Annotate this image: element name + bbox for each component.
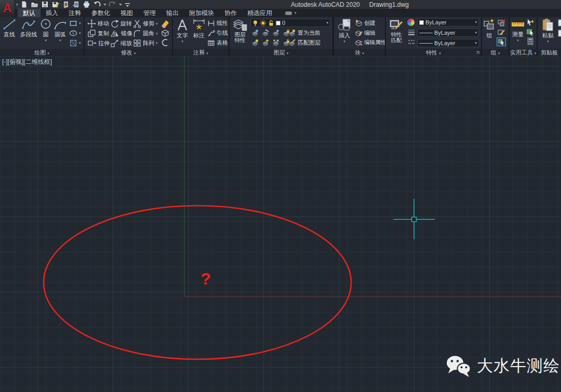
panel-expand-icon[interactable]	[476, 51, 479, 55]
array-flyout-icon[interactable]: ▾	[156, 41, 158, 45]
undo-dropdown-icon[interactable]	[103, 1, 106, 8]
layer-select-dropdown[interactable]: 0 ▾	[250, 19, 330, 27]
create-block-button[interactable]: 创建	[355, 19, 376, 27]
layer-dropdown-caret-icon[interactable]: ▾	[326, 21, 328, 25]
color-dropdown[interactable]: ByLayer ▾	[417, 18, 479, 26]
measure-button[interactable]: 测量 ▾	[511, 18, 525, 42]
join-button[interactable]	[161, 38, 169, 47]
paste-flyout-icon[interactable]: ▾	[547, 39, 549, 43]
text-button[interactable]: 文字 ▾	[175, 18, 190, 43]
plot-icon[interactable]	[82, 1, 91, 8]
paste-button[interactable]: 粘贴 ▾	[540, 18, 556, 43]
viewport-controls-label[interactable]: [-][俯视][二维线框]	[2, 58, 52, 66]
copy-button[interactable]: 复制	[87, 29, 109, 38]
drawn-ellipse[interactable]	[44, 206, 351, 359]
group-edit-button[interactable]	[497, 28, 505, 36]
autocad-logo[interactable]: A	[0, 0, 15, 17]
edit-attributes-button[interactable]: 编辑属性 ▾	[355, 39, 385, 46]
ellipse-button[interactable]: ▾	[69, 29, 81, 37]
save-as-icon[interactable]	[51, 1, 60, 8]
text-flyout-icon[interactable]: ▾	[181, 39, 183, 43]
insert-block-button[interactable]: 插入 ▾	[336, 18, 353, 43]
new-file-icon[interactable]	[20, 1, 29, 8]
match-layer-button[interactable]: 匹配图层	[288, 39, 320, 47]
line-button[interactable]: 直线	[1, 18, 18, 38]
match-properties-button[interactable]: 特性 匹配	[387, 18, 406, 43]
copy-clip-icon[interactable]	[558, 30, 561, 37]
arc-button[interactable]: 圆弧 ▾	[53, 18, 68, 42]
circle-button[interactable]: 圆 ▾	[39, 18, 52, 42]
panel-label-groups[interactable]: 组▾	[482, 49, 509, 56]
panel-label-block[interactable]: 块▾	[334, 49, 385, 56]
trim-flyout-icon[interactable]: ▾	[156, 22, 158, 26]
tab-output[interactable]: 输出	[161, 9, 184, 17]
linear-dim-button[interactable]: 线性 ▾	[207, 19, 229, 27]
set-current-button[interactable]: 置为当前	[288, 29, 320, 37]
open-folder-icon[interactable]	[30, 1, 39, 8]
mirror-button[interactable]: 镜像	[110, 29, 132, 38]
layer-off-icon[interactable]	[251, 29, 259, 37]
save-web-mobile-icon[interactable]	[72, 1, 81, 8]
layer-freeze-icon[interactable]	[272, 29, 280, 37]
undo-icon[interactable]	[92, 1, 101, 8]
polyline-button[interactable]: 多段线	[18, 18, 39, 38]
lineweight-button[interactable]	[407, 29, 416, 36]
layer-freeze-thaw-icon[interactable]	[272, 39, 280, 47]
drawing-canvas[interactable]: ? [-][俯视][二维线框] 大水牛测绘	[0, 56, 561, 392]
measure-flyout-icon[interactable]: ▾	[517, 38, 519, 42]
tab-featured-apps[interactable]: 精选应用	[242, 9, 277, 17]
tab-parametric[interactable]: 参数化	[86, 9, 115, 17]
tab-view[interactable]: 视图	[115, 9, 138, 17]
scale-button[interactable]: 缩放	[110, 39, 132, 47]
open-web-mobile-icon[interactable]	[61, 1, 70, 8]
tab-home[interactable]: 默认	[18, 9, 41, 17]
select-all-button[interactable]	[526, 28, 535, 36]
fillet-button[interactable]: 圆角 ▾	[133, 29, 158, 38]
insert-flyout-icon[interactable]: ▾	[343, 39, 345, 43]
ribbon-display-options[interactable]: ▾	[285, 9, 297, 17]
fillet-flyout-icon[interactable]: ▾	[156, 32, 158, 36]
move-button[interactable]: 移动	[87, 19, 109, 28]
redo-dropdown-icon[interactable]	[118, 1, 122, 8]
calculator-button[interactable]	[526, 37, 535, 45]
layer-thaw-icon[interactable]	[261, 39, 270, 47]
lineweight-dropdown[interactable]: ByLayer ▾	[417, 29, 479, 37]
rectangle-button[interactable]: ▾	[69, 19, 81, 28]
object-color-button[interactable]	[407, 19, 415, 26]
hatch-button[interactable]: ▾	[69, 39, 81, 47]
stretch-button[interactable]: 拉伸	[87, 39, 110, 47]
quick-select-button[interactable]	[526, 19, 535, 26]
layer-isolate-icon[interactable]	[261, 29, 270, 37]
panel-label-utilities[interactable]: 实用工具▾	[510, 49, 537, 56]
panel-label-draw[interactable]: 绘图▾	[0, 49, 84, 56]
array-button[interactable]: 阵列 ▾	[133, 39, 158, 47]
panel-label-modify[interactable]: 修改▾	[85, 49, 172, 56]
panel-label-layers[interactable]: 图层▾	[230, 49, 332, 56]
qat-customize-icon[interactable]	[124, 1, 132, 8]
group-button[interactable]: 组	[483, 18, 496, 39]
save-icon[interactable]	[41, 1, 49, 8]
dimension-button[interactable]: 标注	[191, 18, 207, 39]
tab-collaborate[interactable]: 协作	[219, 9, 242, 17]
leader-button[interactable]: 引线 ▾	[207, 29, 229, 37]
tab-annotate[interactable]: 注释	[63, 9, 86, 17]
trim-button[interactable]: 修剪 ▾	[133, 19, 158, 28]
layer-on-icon[interactable]	[251, 39, 259, 47]
linetype-dropdown[interactable]: ByLayer ▾	[417, 39, 479, 47]
erase-button[interactable]	[160, 19, 170, 28]
linetype-button[interactable]	[407, 38, 416, 46]
panel-label-properties[interactable]: 特性▾	[386, 49, 481, 56]
rotate-button[interactable]: 旋转	[110, 19, 132, 28]
panel-label-clipboard[interactable]: 剪贴板	[538, 49, 561, 56]
table-button[interactable]: 表格	[207, 39, 228, 47]
layer-properties-button[interactable]: 图层 特性	[231, 18, 249, 43]
tab-addins[interactable]: 附加模块	[184, 9, 219, 17]
logo-dropdown-icon[interactable]: ▾	[16, 3, 18, 7]
cut-icon[interactable]	[558, 19, 561, 26]
edit-block-button[interactable]: 编辑	[355, 29, 376, 37]
tab-insert[interactable]: 插入	[41, 9, 63, 17]
tab-manage[interactable]: 管理	[138, 9, 161, 17]
ungroup-button[interactable]	[497, 19, 505, 26]
panel-label-annotation[interactable]: 注释▾	[173, 49, 229, 56]
circle-flyout-icon[interactable]: ▾	[45, 38, 47, 42]
